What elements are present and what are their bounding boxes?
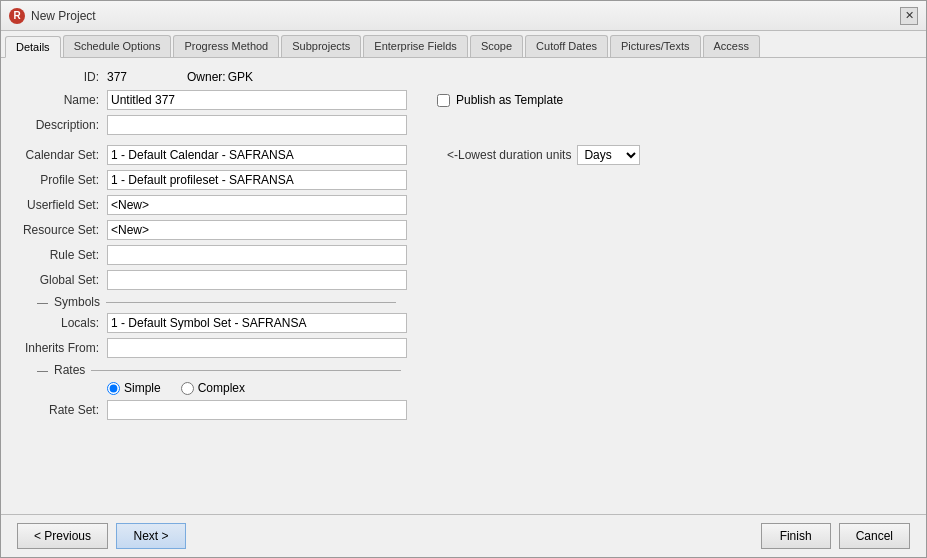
publish-template-row: Publish as Template — [437, 93, 563, 107]
name-row: Name: Publish as Template — [17, 90, 910, 110]
id-label: ID: — [17, 70, 107, 84]
rates-separator: — Rates — [37, 363, 910, 377]
calendar-set-label: Calendar Set: — [17, 148, 107, 162]
footer-nav-buttons: < Previous Next > — [17, 523, 186, 549]
complex-radio[interactable] — [181, 382, 194, 395]
rates-radio-row: Simple Complex — [107, 381, 910, 395]
tab-subprojects[interactable]: Subprojects — [281, 35, 361, 57]
tab-pictures-texts[interactable]: Pictures/Texts — [610, 35, 700, 57]
lowest-duration-label: <-Lowest duration units — [447, 148, 571, 162]
title-bar-left: R New Project — [9, 8, 96, 24]
dialog-footer: < Previous Next > Finish Cancel — [1, 514, 926, 557]
cancel-button[interactable]: Cancel — [839, 523, 910, 549]
userfield-set-label: Userfield Set: — [17, 198, 107, 212]
publish-template-checkbox[interactable] — [437, 94, 450, 107]
id-owner-row: ID: 377 Owner: GPK — [17, 70, 910, 84]
tab-details[interactable]: Details — [5, 36, 61, 58]
rule-set-input[interactable] — [107, 245, 407, 265]
profile-set-row: Profile Set: — [17, 170, 910, 190]
locals-label: Locals: — [17, 316, 107, 330]
global-set-input[interactable] — [107, 270, 407, 290]
profile-set-input[interactable] — [107, 170, 407, 190]
footer-action-buttons: Finish Cancel — [761, 523, 910, 549]
calendar-set-input[interactable] — [107, 145, 407, 165]
owner-value: GPK — [228, 70, 253, 84]
publish-template-label: Publish as Template — [456, 93, 563, 107]
tab-progress-method[interactable]: Progress Method — [173, 35, 279, 57]
tab-bar: Details Schedule Options Progress Method… — [1, 31, 926, 58]
complex-label: Complex — [198, 381, 245, 395]
userfield-set-row: Userfield Set: — [17, 195, 910, 215]
locals-row: Locals: — [17, 313, 910, 333]
new-project-dialog: R New Project ✕ Details Schedule Options… — [0, 0, 927, 558]
title-bar: R New Project ✕ — [1, 1, 926, 31]
resource-set-row: Resource Set: — [17, 220, 910, 240]
tab-enterprise-fields[interactable]: Enterprise Fields — [363, 35, 468, 57]
close-button[interactable]: ✕ — [900, 7, 918, 25]
previous-button[interactable]: < Previous — [17, 523, 108, 549]
complex-radio-option: Complex — [181, 381, 245, 395]
rule-set-label: Rule Set: — [17, 248, 107, 262]
symbols-label: Symbols — [54, 295, 100, 309]
rates-label: Rates — [54, 363, 85, 377]
tab-access[interactable]: Access — [703, 35, 760, 57]
tab-content: ID: 377 Owner: GPK Name: Publish as Temp… — [1, 58, 926, 514]
rule-set-row: Rule Set: — [17, 245, 910, 265]
inherits-from-row: Inherits From: — [17, 338, 910, 358]
profile-set-label: Profile Set: — [17, 173, 107, 187]
global-set-label: Global Set: — [17, 273, 107, 287]
description-label: Description: — [17, 118, 107, 132]
symbols-separator: — Symbols — [37, 295, 910, 309]
global-set-row: Global Set: — [17, 270, 910, 290]
next-button[interactable]: Next > — [116, 523, 186, 549]
description-row: Description: — [17, 115, 910, 135]
description-input[interactable] — [107, 115, 407, 135]
simple-radio[interactable] — [107, 382, 120, 395]
rate-set-label: Rate Set: — [17, 403, 107, 417]
id-value: 377 — [107, 70, 187, 84]
rate-set-input[interactable] — [107, 400, 407, 420]
inherits-from-label: Inherits From: — [17, 341, 107, 355]
inherits-from-input[interactable] — [107, 338, 407, 358]
name-label: Name: — [17, 93, 107, 107]
locals-input[interactable] — [107, 313, 407, 333]
dialog-title: New Project — [31, 9, 96, 23]
tab-schedule-options[interactable]: Schedule Options — [63, 35, 172, 57]
owner-label: Owner: — [187, 70, 226, 84]
rate-set-row: Rate Set: — [17, 400, 910, 420]
finish-button[interactable]: Finish — [761, 523, 831, 549]
tab-scope[interactable]: Scope — [470, 35, 523, 57]
calendar-set-row: Calendar Set: <-Lowest duration units Da… — [17, 145, 910, 165]
userfield-set-input[interactable] — [107, 195, 407, 215]
lowest-duration-section: <-Lowest duration units Days Hours Weeks — [447, 145, 640, 165]
resource-set-input[interactable] — [107, 220, 407, 240]
app-icon: R — [9, 8, 25, 24]
lowest-duration-select[interactable]: Days Hours Weeks — [577, 145, 640, 165]
resource-set-label: Resource Set: — [17, 223, 107, 237]
name-input[interactable] — [107, 90, 407, 110]
simple-radio-option: Simple — [107, 381, 161, 395]
tab-cutoff-dates[interactable]: Cutoff Dates — [525, 35, 608, 57]
simple-label: Simple — [124, 381, 161, 395]
